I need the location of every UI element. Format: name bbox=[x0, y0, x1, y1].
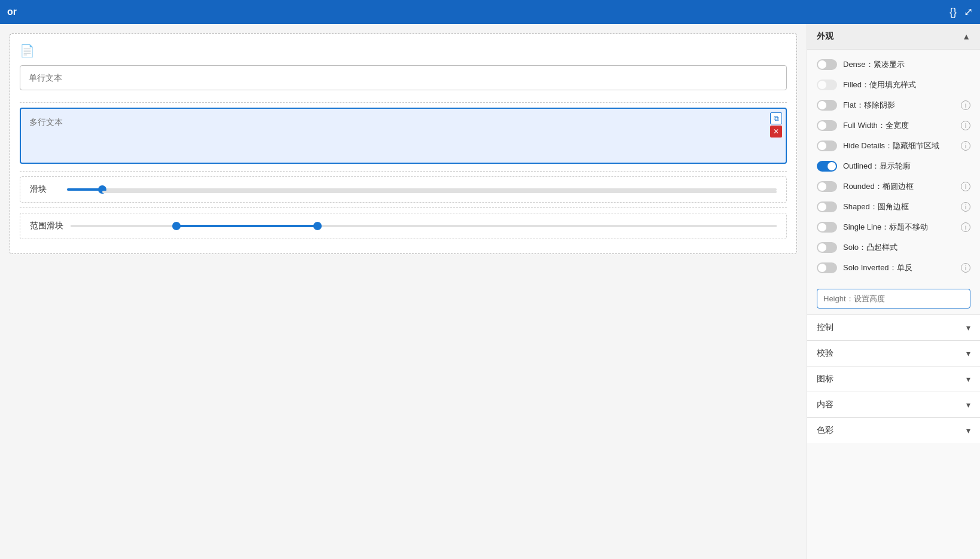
toggle-knob-flat bbox=[818, 101, 826, 109]
toggle-solo_inverted[interactable] bbox=[817, 262, 837, 273]
toggle-single_line[interactable] bbox=[817, 222, 837, 233]
left-panel: 📄 ⧉ ✕ 滑块 bbox=[0, 24, 807, 559]
property-row-hide_details: Hide Details：隐藏细节区域i bbox=[807, 136, 980, 156]
right-panel: 外观 ▲ Dense：紧凑显示Filled：使用填充样式Flat：移除阴影iFu… bbox=[807, 24, 980, 559]
height-input-container bbox=[807, 283, 980, 314]
property-row-solo: Solo：凸起样式 bbox=[807, 237, 980, 258]
toggle-knob-full_width bbox=[818, 121, 826, 130]
expand-icon[interactable]: ⤢ bbox=[964, 5, 973, 19]
multiline-textarea[interactable] bbox=[26, 114, 781, 155]
section-title-content: 内容 bbox=[817, 399, 834, 410]
property-label-hide_details: Hide Details：隐藏细节区域 bbox=[843, 140, 955, 151]
toggle-knob-dense bbox=[818, 60, 826, 69]
toggle-full_width[interactable] bbox=[817, 120, 837, 131]
properties-list: Dense：紧凑显示Filled：使用填充样式Flat：移除阴影iFull Wi… bbox=[807, 50, 980, 283]
section-chevron-color: ▾ bbox=[966, 426, 970, 435]
main-layout: 📄 ⧉ ✕ 滑块 bbox=[0, 24, 980, 559]
copy-icon-btn[interactable]: ⧉ bbox=[770, 112, 782, 124]
section-chevron-validate: ▾ bbox=[966, 349, 970, 358]
appearance-title: 外观 bbox=[817, 31, 834, 42]
toggle-knob-outlined bbox=[828, 162, 836, 170]
range-thumb-right[interactable] bbox=[313, 222, 322, 230]
property-label-rounded: Rounded：椭圆边框 bbox=[843, 181, 955, 192]
property-label-outlined: Outlined：显示轮廓 bbox=[843, 161, 970, 172]
section-validate: 校验▾ bbox=[807, 340, 980, 366]
collapsible-sections: 控制▾校验▾图标▾内容▾色彩▾ bbox=[807, 314, 980, 443]
section-divider-1 bbox=[20, 102, 787, 103]
toggle-hide_details[interactable] bbox=[817, 140, 837, 151]
section-title-icon: 图标 bbox=[817, 374, 834, 384]
property-row-single_line: Single Line：标题不移动i bbox=[807, 217, 980, 237]
section-chevron-icon: ▾ bbox=[966, 374, 970, 384]
section-header-color[interactable]: 色彩▾ bbox=[807, 418, 980, 443]
section-header-icon[interactable]: 图标▾ bbox=[807, 366, 980, 392]
property-label-filled: Filled：使用填充样式 bbox=[843, 80, 970, 90]
slider-row: 滑块 bbox=[30, 184, 777, 195]
range-slider-row: 范围滑块 bbox=[30, 221, 777, 231]
section-color: 色彩▾ bbox=[807, 417, 980, 443]
range-slider-track bbox=[71, 225, 777, 227]
toggle-flat[interactable] bbox=[817, 100, 837, 111]
section-header-control[interactable]: 控制▾ bbox=[807, 315, 980, 340]
info-icon-shaped[interactable]: i bbox=[961, 202, 970, 212]
toggle-rounded[interactable] bbox=[817, 181, 837, 192]
toggle-knob-solo bbox=[818, 243, 826, 252]
info-icon-solo_inverted[interactable]: i bbox=[961, 263, 970, 273]
toggle-dense[interactable] bbox=[817, 59, 837, 70]
toggle-knob-rounded bbox=[818, 182, 826, 191]
component-card: 📄 ⧉ ✕ 滑块 bbox=[10, 33, 797, 254]
single-line-input[interactable] bbox=[20, 65, 787, 90]
toggle-solo[interactable] bbox=[817, 242, 837, 253]
slider-section: 滑块 bbox=[20, 176, 787, 203]
property-row-solo_inverted: Solo Inverted：单反i bbox=[807, 258, 980, 278]
section-title-control: 控制 bbox=[817, 322, 834, 333]
toggle-knob-solo_inverted bbox=[818, 264, 826, 272]
multiline-icons: ⧉ ✕ bbox=[770, 112, 782, 138]
height-input[interactable] bbox=[817, 289, 970, 308]
property-row-dense: Dense：紧凑显示 bbox=[807, 54, 980, 75]
property-row-full_width: Full Width：全宽度i bbox=[807, 115, 980, 136]
toggle-shaped[interactable] bbox=[817, 201, 837, 212]
info-icon-full_width[interactable]: i bbox=[961, 121, 970, 130]
property-label-solo_inverted: Solo Inverted：单反 bbox=[843, 262, 955, 273]
property-row-rounded: Rounded：椭圆边框i bbox=[807, 176, 980, 197]
topbar-actions: {} ⤢ bbox=[950, 5, 973, 19]
toggle-knob-filled bbox=[818, 81, 826, 89]
section-title-color: 色彩 bbox=[817, 425, 834, 436]
section-header-content[interactable]: 内容▾ bbox=[807, 392, 980, 417]
info-icon-rounded[interactable]: i bbox=[961, 182, 970, 191]
property-row-outlined: Outlined：显示轮廓 bbox=[807, 156, 980, 176]
section-content: 内容▾ bbox=[807, 392, 980, 417]
range-slider-section: 范围滑块 bbox=[20, 213, 787, 239]
section-title-validate: 校验 bbox=[817, 348, 834, 359]
property-label-flat: Flat：移除阴影 bbox=[843, 100, 955, 111]
info-icon-single_line[interactable]: i bbox=[961, 222, 970, 232]
section-icon: 图标▾ bbox=[807, 366, 980, 392]
section-chevron-content: ▾ bbox=[966, 400, 970, 410]
property-label-solo: Solo：凸起样式 bbox=[843, 242, 970, 253]
info-icon-flat[interactable]: i bbox=[961, 100, 970, 110]
property-label-shaped: Shaped：圆角边框 bbox=[843, 201, 955, 212]
range-thumb-left[interactable] bbox=[172, 222, 181, 230]
section-header-validate[interactable]: 校验▾ bbox=[807, 341, 980, 366]
range-slider-label: 范围滑块 bbox=[30, 221, 63, 231]
topbar: or {} ⤢ bbox=[0, 0, 980, 24]
card-header: 📄 bbox=[20, 44, 787, 58]
code-icon[interactable]: {} bbox=[950, 6, 957, 19]
section-divider-2 bbox=[20, 171, 787, 172]
appearance-section-header[interactable]: 外观 ▲ bbox=[807, 24, 980, 50]
toggle-knob-hide_details bbox=[818, 142, 826, 150]
property-label-full_width: Full Width：全宽度 bbox=[843, 120, 955, 131]
slider-track bbox=[67, 188, 777, 191]
appearance-chevron-up: ▲ bbox=[962, 32, 970, 41]
range-fill bbox=[176, 225, 317, 227]
slider-label: 滑块 bbox=[30, 184, 60, 195]
close-icon-btn[interactable]: ✕ bbox=[770, 126, 782, 138]
toggle-outlined[interactable] bbox=[817, 161, 837, 172]
property-row-shaped: Shaped：圆角边框i bbox=[807, 197, 980, 217]
info-icon-hide_details[interactable]: i bbox=[961, 141, 970, 151]
property-row-filled: Filled：使用填充样式 bbox=[807, 75, 980, 95]
section-divider-3 bbox=[20, 207, 787, 208]
toggle-filled[interactable] bbox=[817, 80, 837, 90]
property-row-flat: Flat：移除阴影i bbox=[807, 95, 980, 115]
